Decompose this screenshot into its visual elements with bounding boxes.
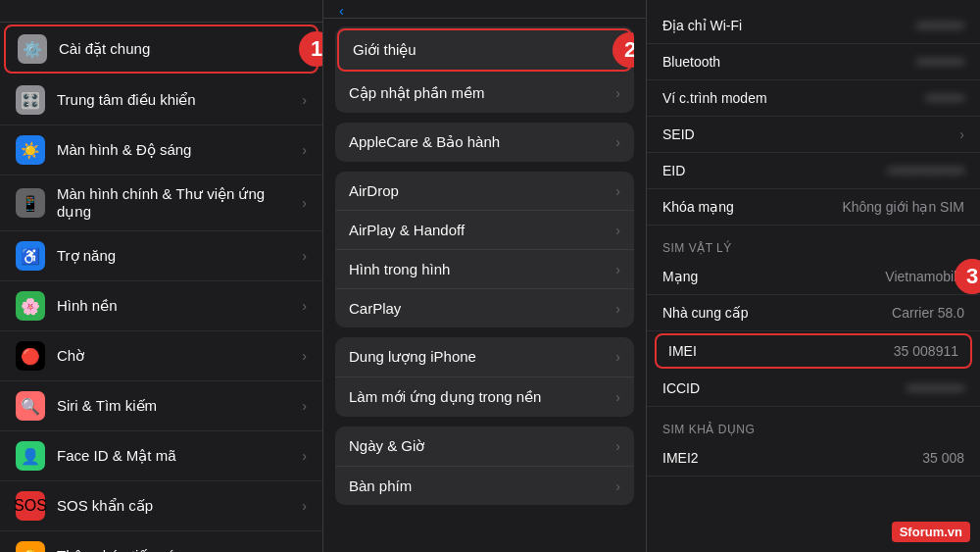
info-key-imei: IMEI [668, 343, 786, 359]
sidebar-item-control[interactable]: 🎛️Trung tâm điều khiển› [0, 75, 322, 125]
mid-label-airplay: AirPlay & Handoff [349, 222, 615, 238]
chevron-icon: › [302, 142, 307, 158]
mid-label-applecare: AppleCare & Bảo hành [349, 133, 615, 151]
chevron-icon: › [615, 349, 620, 365]
exposure-icon: 🔔 [16, 541, 45, 552]
settings-panel: ⚙️Cài đặt chung›1🎛️Trung tâm điều khiển›… [0, 0, 323, 552]
info-val-carrier: Carrier 58.0 [780, 305, 964, 321]
mid-label-pip: Hình trong hình [349, 261, 615, 277]
info-row-carrier: Nhà cung cấpCarrier 58.0 [647, 295, 980, 331]
info-key-carrier: Nhà cung cấp [662, 305, 780, 321]
mid-item-storage[interactable]: Dung lượng iPhone› [335, 337, 634, 377]
info-row-seid[interactable]: SEID› [647, 117, 980, 153]
sidebar-item-wallpaper[interactable]: 🌸Hình nền› [0, 281, 322, 331]
mid-label-bgrefresh: Làm mới ứng dụng trong nền [349, 388, 615, 406]
sidebar-item-general[interactable]: ⚙️Cài đặt chung›1 [4, 25, 318, 74]
sidebar-label-wallpaper: Hình nền [57, 297, 302, 315]
info-row-network: MạngVietnamobile3 [647, 259, 980, 295]
info-key-eid: EID [662, 163, 780, 178]
chevron-icon: › [615, 301, 620, 317]
chevron-icon: › [615, 478, 620, 494]
wallpaper-icon: 🌸 [16, 291, 45, 321]
mid-item-pip[interactable]: Hình trong hình› [335, 250, 634, 289]
mid-label-update: Cập nhật phần mềm [349, 84, 615, 102]
sidebar-label-display: Màn hình & Độ sáng [57, 141, 302, 159]
mid-group-1: AppleCare & Bảo hành› [335, 123, 634, 162]
chevron-icon: › [302, 195, 307, 211]
info-row-wifi: Địa chỉ Wi-Fi•••••••••• [647, 8, 980, 44]
mid-label-carplay: CarPlay [349, 300, 615, 317]
back-button[interactable]: ‹ [339, 2, 344, 19]
section-sim-kha-dung: SIM KHẢ DỤNG [647, 407, 980, 440]
mid-label-storage: Dung lượng iPhone [349, 348, 615, 366]
mid-item-update[interactable]: Cập nhật phần mềm› [335, 74, 634, 113]
chevron-icon: › [302, 548, 307, 552]
chevron-icon: › [615, 134, 620, 150]
sidebar-item-homescreen[interactable]: 📱Màn hình chính & Thư viện ứng dụng› [0, 176, 322, 231]
settings-header [0, 0, 322, 23]
info-key-seid: SEID [662, 126, 780, 142]
info-row-modem: Ví c.trình modem•••••••• [647, 80, 980, 117]
control-icon: 🎛️ [16, 85, 45, 115]
info-val-modem: •••••••• [780, 90, 964, 106]
chevron-icon: › [615, 438, 620, 454]
mid-label-datetime: Ngày & Giờ [349, 437, 615, 455]
sidebar-label-faceidmask: Face ID & Mật mã [57, 447, 302, 465]
info-val-network: Vietnamobile [780, 269, 964, 284]
mid-item-applecare[interactable]: AppleCare & Bảo hành› [335, 123, 634, 162]
step-badge-1: 1 [299, 31, 322, 67]
chevron-icon: › [302, 92, 307, 108]
sidebar-item-faceid[interactable]: 🔍Siri & Tìm kiếm› [0, 381, 322, 431]
mid-item-bgrefresh[interactable]: Làm mới ứng dụng trong nền› [335, 377, 634, 417]
mid-item-intro[interactable]: Giới thiệu›2 [337, 28, 632, 72]
sidebar-item-sos[interactable]: SOSSOS khẩn cấp› [0, 481, 322, 531]
mid-item-carplay[interactable]: CarPlay› [335, 289, 634, 327]
mid-item-keyboard[interactable]: Bàn phím› [335, 467, 634, 505]
sidebar-label-general: Cài đặt chung [59, 40, 300, 58]
chevron-icon: › [615, 183, 620, 199]
info-val-simlock: Không giới hạn SIM [780, 199, 964, 215]
info-val-bluetooth: •••••••••• [780, 54, 964, 70]
chevron-icon: › [615, 389, 620, 405]
sidebar-label-exposure: Thông báo tiếp xúc [57, 547, 302, 552]
general-list: Giới thiệu›2Cập nhật phần mềm›AppleCare … [323, 26, 646, 515]
sidebar-item-display[interactable]: ☀️Màn hình & Độ sáng› [0, 125, 322, 176]
info-row-imei: IMEI35 008911 [655, 333, 972, 369]
section-sim-vat-ly: SIM VẬT LÝ [647, 226, 980, 259]
device-info-list: Địa chỉ Wi-Fi••••••••••Bluetooth••••••••… [647, 0, 980, 552]
info-val-imei: 35 008911 [786, 343, 958, 359]
info-val-imei2: 35 008 [780, 450, 964, 466]
mid-item-datetime[interactable]: Ngày & Giờ› [335, 427, 634, 467]
chevron-icon: › [959, 126, 964, 142]
info-row-bluetooth: Bluetooth•••••••••• [647, 44, 980, 80]
siri-icon: 🔴 [16, 341, 45, 371]
info-key-iccid: ICCID [662, 380, 780, 396]
chevron-icon: › [302, 348, 307, 364]
homescreen-icon: 📱 [16, 188, 45, 218]
sidebar-item-exposure[interactable]: 🔔Thông báo tiếp xúc› [0, 531, 322, 552]
info-val-wifi: •••••••••• [780, 18, 964, 33]
info-row-simlock: Khóa mạngKhông giới hạn SIM [647, 189, 980, 226]
info-key-network: Mạng [662, 269, 780, 284]
mid-label-intro: Giới thiệu [353, 41, 612, 59]
info-key-imei2: IMEI2 [662, 450, 780, 466]
sidebar-item-faceidmask[interactable]: 👤Face ID & Mật mã› [0, 431, 322, 481]
sidebar-label-homescreen: Màn hình chính & Thư viện ứng dụng [57, 185, 302, 221]
sidebar-label-sos: SOS khẩn cấp [57, 497, 302, 515]
mid-group-4: Ngày & Giờ›Bàn phím› [335, 427, 634, 505]
device-info-panel: Địa chỉ Wi-Fi••••••••••Bluetooth••••••••… [647, 0, 980, 552]
info-key-simlock: Khóa mạng [662, 199, 780, 215]
chevron-icon: › [302, 498, 307, 514]
info-key-wifi: Địa chỉ Wi-Fi [662, 18, 780, 33]
sidebar-item-accessibility[interactable]: ♿Trợ năng› [0, 231, 322, 281]
chevron-icon: › [615, 85, 620, 101]
sidebar-label-control: Trung tâm điều khiển [57, 91, 302, 109]
sos-icon: SOS [16, 491, 45, 521]
info-key-modem: Ví c.trình modem [662, 90, 780, 106]
mid-item-airdrop[interactable]: AirDrop› [335, 172, 634, 211]
step-badge-3: 3 [955, 259, 980, 294]
mid-item-airplay[interactable]: AirPlay & Handoff› [335, 211, 634, 250]
sidebar-item-siri[interactable]: 🔴Chờ› [0, 331, 322, 381]
chevron-icon: › [302, 298, 307, 314]
info-row-imei2: IMEI235 008 [647, 440, 980, 477]
